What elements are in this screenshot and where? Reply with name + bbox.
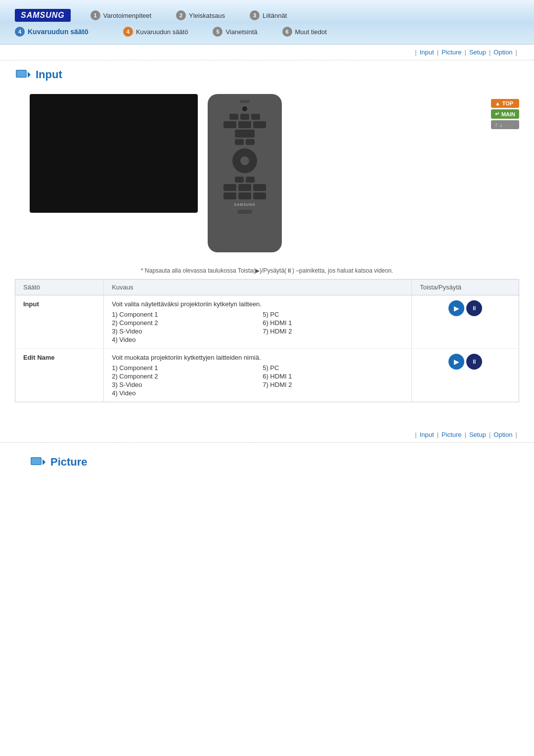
nav-item-3[interactable]: 3 Liitännät	[250, 10, 287, 20]
editname-item-6: 4) Video	[112, 389, 253, 397]
nav-label-6: Muut tiedot	[295, 28, 327, 36]
row-label-editname: Edit Name	[15, 349, 104, 402]
remote-row-2	[223, 121, 266, 128]
remote-btn-2	[240, 114, 249, 120]
remote-control-image: SAMSUNG	[208, 94, 282, 252]
editname-item-3: 6) HDMI 1	[263, 373, 403, 380]
breadcrumb-b-sep1: |	[437, 431, 439, 438]
col-header-toista: Toista/Pysäytä	[412, 280, 519, 295]
list-item-0: 1) Component 1	[112, 311, 253, 318]
breadcrumb-b-option[interactable]: Option	[493, 431, 512, 438]
play-button-editname[interactable]: ▶	[448, 354, 464, 370]
breadcrumb-separator-0: |	[415, 48, 416, 56]
nav-item-2[interactable]: 2 Yleiskatsaus	[176, 10, 225, 20]
editname-item-5: 7) HDMI 2	[263, 381, 403, 388]
row-buttons-input: ▶ ⏸	[412, 295, 519, 349]
nav-num-3: 3	[250, 10, 260, 20]
breadcrumb-top: | Input | Picture | Setup | Option |	[0, 45, 534, 60]
nav-label-5: Vianetsintä	[225, 28, 257, 36]
nav-num-1: 1	[90, 10, 100, 20]
breadcrumb-option[interactable]: Option	[493, 48, 512, 56]
row-desc-text-input: Voit valita näytettäväksi projektoriin k…	[112, 300, 262, 308]
tv-screen-image	[30, 94, 198, 213]
remote-row-1	[229, 114, 260, 120]
nav-item-6[interactable]: 6 Muut tiedot	[282, 27, 327, 37]
side-buttons: ▲ TOP ↵ MAIN ↑ ↓	[491, 99, 519, 129]
svg-marker-5	[43, 459, 45, 465]
row-desc-editname: Voit muokata projektoriin kytkettyjen la…	[104, 349, 412, 402]
picture-section: Picture	[0, 443, 534, 481]
pause-button-editname[interactable]: ⏸	[466, 354, 482, 370]
image-area: SAMSUNG	[15, 94, 519, 252]
remote-btn-c2	[238, 184, 251, 191]
col-header-saato: Säätö	[15, 280, 104, 295]
svg-rect-4	[32, 458, 41, 464]
top-button[interactable]: ▲ TOP	[491, 99, 519, 108]
breadcrumb-input[interactable]: Input	[420, 48, 434, 56]
breadcrumb-b-input[interactable]: Input	[420, 431, 434, 438]
breadcrumb-b-sep3: |	[489, 431, 490, 438]
editname-item-1: 5) PC	[263, 364, 403, 372]
main-button[interactable]: ↵ MAIN	[491, 109, 519, 119]
nav-label-2: Yleiskatsaus	[189, 12, 225, 19]
remote-btn-3	[251, 114, 260, 120]
pause-button-input[interactable]: ⏸	[466, 300, 482, 316]
remote-btn-c1	[223, 184, 236, 191]
remote-samsung-logo: SAMSUNG	[234, 203, 256, 206]
nav-items-row1: 1 Varotoimenpiteet 2 Yleiskatsaus 3 Liit…	[90, 10, 287, 20]
remote-dpad	[232, 148, 257, 173]
breadcrumb-sep-3: |	[489, 48, 490, 56]
play-pause-input: ▶ ⏸	[420, 300, 511, 316]
picture-icon	[30, 455, 45, 469]
editname-item-2: 2) Component 2	[112, 373, 253, 380]
breadcrumb-b-setup[interactable]: Setup	[469, 431, 486, 438]
remote-top-bump	[240, 100, 250, 103]
nav-active-label: Kuvaruudun säätö	[28, 28, 89, 36]
breadcrumb-b-sep0: |	[415, 431, 416, 438]
remote-btn-4	[223, 121, 236, 128]
top-arrow-icon: ▲	[495, 100, 500, 106]
list-item-6: 4) Video	[112, 336, 253, 343]
breadcrumb-b-sep4: |	[516, 431, 517, 438]
col-header-kuvaus: Kuvaus	[104, 280, 412, 295]
row-desc-input: Voit valita näytettäväksi projektoriin k…	[104, 295, 412, 349]
samsung-logo: SAMSUNG	[15, 9, 71, 22]
nav-item-1[interactable]: 1 Varotoimenpiteet	[90, 10, 151, 20]
remote-row-7	[223, 192, 266, 199]
table-header: Säätö Kuvaus Toista/Pysäytä	[15, 280, 519, 295]
remote-btn-6	[253, 121, 266, 128]
up-down-icon2: ↓	[499, 122, 502, 128]
breadcrumb-sep-1: |	[437, 48, 439, 56]
main-label: MAIN	[501, 111, 515, 117]
remote-btn-c3	[253, 184, 266, 191]
table-row: Input Voit valita näytettäväksi projekto…	[15, 295, 519, 349]
input-icon	[15, 68, 31, 82]
nav-item-5[interactable]: 5 Vianetsintä	[213, 27, 257, 37]
nav-arrows-button[interactable]: ↑ ↓	[491, 120, 519, 129]
remote-row-3	[235, 130, 255, 138]
up-down-icon: ↑	[495, 122, 498, 128]
row-buttons-editname: ▶ ⏸	[412, 349, 519, 402]
breadcrumb-bottom: | Input | Picture | Setup | Option |	[0, 427, 534, 443]
list-item-2: 2) Component 2	[112, 319, 253, 327]
table-row: Edit Name Voit muokata projektoriin kytk…	[15, 349, 519, 402]
input-section-title: Input	[0, 60, 534, 89]
nav-item-sub-4[interactable]: 4 Kuvaruudun säätö	[123, 27, 188, 37]
input-data-table: Säätö Kuvaus Toista/Pysäytä Input Voit v…	[15, 279, 519, 402]
nav-num-6: 6	[282, 27, 292, 37]
nav-active-item[interactable]: 4 Kuvaruudun säätö	[15, 27, 89, 37]
list-item-3: 6) HDMI 1	[263, 319, 403, 327]
breadcrumb-sep-4: |	[516, 48, 517, 56]
breadcrumb-setup[interactable]: Setup	[469, 48, 486, 56]
remote-sensor	[242, 106, 247, 111]
play-button-input[interactable]: ▶	[448, 300, 464, 316]
nav-bottom-row: 4 Kuvaruudun säätö 4 Kuvaruudun säätö 5 …	[15, 27, 519, 37]
remote-btn-1	[229, 114, 238, 120]
main-arrow-icon: ↵	[495, 111, 499, 117]
breadcrumb-b-picture[interactable]: Picture	[442, 431, 461, 438]
nav-label-1: Varotoimenpiteet	[103, 12, 151, 19]
nav-label-3: Liitännät	[263, 12, 287, 19]
breadcrumb-picture[interactable]: Picture	[442, 48, 461, 56]
editname-item-4: 3) S-Video	[112, 381, 253, 388]
breadcrumb-sep-2: |	[465, 48, 466, 56]
